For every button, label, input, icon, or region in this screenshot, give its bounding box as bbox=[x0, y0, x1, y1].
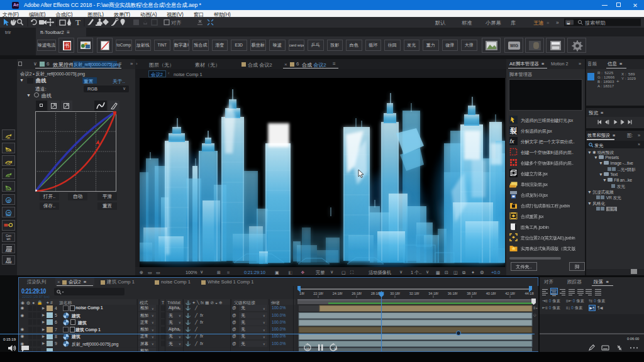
svg-text:44:18: 44:18 bbox=[525, 292, 534, 295]
svg-text:王迪: 王迪 bbox=[533, 20, 543, 26]
svg-text:✦: ✦ bbox=[46, 300, 50, 305]
svg-text:T: T bbox=[162, 300, 164, 305]
svg-text:38:18f: 38:18f bbox=[467, 292, 477, 295]
svg-text:裂: 裂 bbox=[509, 127, 517, 134]
svg-text:⊞: ⊞ bbox=[217, 270, 221, 275]
svg-text:◧: ◧ bbox=[288, 270, 292, 275]
svg-text:⬓: ⬓ bbox=[567, 21, 570, 25]
svg-text:❖: ❖ bbox=[301, 270, 304, 275]
svg-text:26:18f: 26:18f bbox=[352, 292, 362, 295]
svg-text:✦: ✦ bbox=[471, 270, 475, 275]
svg-text:对齐: 对齐 bbox=[171, 20, 181, 26]
svg-text:30: 30 bbox=[334, 348, 338, 351]
svg-text:≡: ≡ bbox=[547, 21, 549, 25]
svg-text:▭: ▭ bbox=[148, 270, 152, 275]
svg-text:10: 10 bbox=[306, 348, 310, 351]
svg-text:标准: 标准 bbox=[462, 20, 472, 26]
svg-text:▣: ▣ bbox=[275, 270, 279, 275]
svg-text:⚙: ⚙ bbox=[480, 270, 484, 275]
svg-text:36:18f: 36:18f bbox=[448, 292, 458, 295]
svg-text:fx: fx bbox=[510, 138, 515, 145]
svg-text:22:18f: 22:18f bbox=[313, 292, 323, 295]
svg-text:18f: 18f bbox=[299, 292, 304, 295]
svg-text:42:18f: 42:18f bbox=[505, 292, 515, 295]
svg-text:»: » bbox=[556, 20, 559, 26]
svg-text:0:21:29:10: 0:21:29:10 bbox=[244, 270, 265, 275]
svg-text:▭: ▭ bbox=[156, 270, 160, 275]
svg-text:30:18f: 30:18f bbox=[390, 292, 400, 295]
svg-text:∨: ∨ bbox=[330, 269, 333, 275]
svg-text:24:18f: 24:18f bbox=[333, 292, 343, 295]
svg-text:⌗: ⌗ bbox=[227, 270, 230, 275]
svg-text:▢: ▢ bbox=[341, 270, 346, 275]
svg-text:小屏幕: 小屏幕 bbox=[486, 20, 501, 26]
svg-text:⛶: ⛶ bbox=[350, 270, 353, 275]
svg-text:#: # bbox=[50, 300, 53, 305]
svg-text:完整: 完整 bbox=[316, 270, 325, 275]
svg-text:1 个..: 1 个.. bbox=[411, 270, 421, 275]
svg-text:库: 库 bbox=[511, 20, 516, 26]
svg-text:⊕: ⊕ bbox=[140, 270, 143, 275]
svg-text:∨: ∨ bbox=[200, 269, 203, 275]
svg-text:默认: 默认 bbox=[435, 20, 445, 26]
svg-text:∨: ∨ bbox=[399, 269, 402, 275]
svg-text:活动摄像机: 活动摄像机 bbox=[369, 270, 391, 275]
svg-text:40:18f: 40:18f bbox=[486, 292, 496, 295]
svg-text:+0.0: +0.0 bbox=[491, 270, 500, 275]
svg-text:模式: 模式 bbox=[140, 300, 148, 305]
svg-text:34:18f: 34:18f bbox=[428, 292, 438, 295]
svg-text:100%: 100% bbox=[186, 270, 197, 275]
svg-text:搜索帮助: 搜索帮助 bbox=[585, 20, 606, 26]
svg-text:TrkMat: TrkMat bbox=[167, 300, 180, 305]
svg-text:◉: ◉ bbox=[21, 300, 25, 305]
svg-text:▦: ▦ bbox=[436, 270, 440, 275]
svg-text:⊡: ⊡ bbox=[445, 270, 448, 275]
svg-text:◍: ◍ bbox=[26, 300, 30, 305]
svg-text:●: ● bbox=[32, 300, 35, 305]
svg-text:T: T bbox=[75, 18, 80, 27]
svg-text:◫: ◫ bbox=[453, 270, 458, 275]
svg-text:32:18f: 32:18f bbox=[409, 292, 419, 295]
svg-text:⧉: ⧉ bbox=[462, 270, 465, 275]
svg-text:∨: ∨ bbox=[426, 269, 429, 275]
